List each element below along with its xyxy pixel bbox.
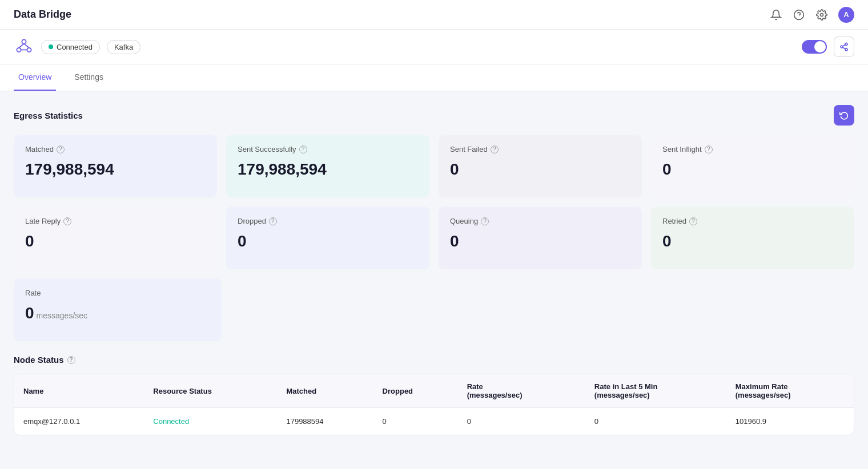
connection-status-badge[interactable]: Connected — [41, 40, 100, 54]
sub-header-left: Connected Kafka — [14, 37, 140, 57]
sub-header: Connected Kafka — [0, 30, 868, 64]
node-status-table: Name Resource Status Matched Dropped Rat… — [14, 374, 854, 435]
app-title: Data Bridge — [14, 9, 71, 21]
cell-max-rate: 101960.9 — [726, 408, 854, 435]
queuing-value: 0 — [450, 232, 630, 250]
late-reply-value: 0 — [25, 232, 206, 250]
stat-card-late-reply: Late Reply ? 0 — [14, 207, 217, 269]
stat-card-sent-failed: Sent Failed ? 0 — [439, 135, 642, 197]
help-icon[interactable] — [793, 9, 805, 21]
stat-card-rate: Rate 0messages/sec — [14, 278, 222, 341]
retried-value: 0 — [662, 232, 843, 250]
share-button[interactable] — [834, 37, 854, 57]
col-rate: Rate(messages/sec) — [458, 374, 585, 408]
node-status-info-icon[interactable]: ? — [67, 356, 75, 364]
toggle-knob — [814, 41, 826, 52]
col-name: Name — [14, 374, 144, 408]
rate-label: Rate — [25, 289, 210, 297]
sent-failed-value: 0 — [450, 160, 630, 179]
svg-line-13 — [843, 45, 846, 46]
source-badge[interactable]: Kafka — [107, 40, 140, 54]
stat-card-retried: Retried ? 0 — [651, 207, 854, 269]
node-status-title: Node Status ? — [14, 355, 854, 365]
rate-unit: messages/sec — [37, 311, 87, 320]
dropped-label: Dropped ? — [238, 217, 418, 225]
tab-overview[interactable]: Overview — [14, 64, 56, 91]
header: Data Bridge A — [0, 0, 868, 30]
svg-point-4 — [17, 48, 21, 52]
queuing-info-icon[interactable]: ? — [481, 217, 489, 225]
stats-row-2: Late Reply ? 0 Dropped ? 0 Queuing ? 0 R… — [14, 207, 854, 269]
col-rate-5min: Rate in Last 5 Min(messages/sec) — [585, 374, 726, 408]
stat-card-sent-successfully: Sent Successfully ? 179,988,594 — [226, 135, 429, 197]
logo-icon — [14, 37, 34, 57]
svg-line-12 — [843, 47, 846, 49]
notification-icon[interactable] — [770, 9, 782, 21]
col-max-rate: Maximum Rate(messages/sec) — [726, 374, 854, 408]
enable-toggle[interactable] — [802, 40, 827, 54]
tab-settings[interactable]: Settings — [70, 64, 108, 91]
content: Egress Statistics Matched ? 179,988,594 … — [0, 91, 868, 449]
late-reply-label: Late Reply ? — [25, 217, 206, 225]
late-reply-info-icon[interactable]: ? — [63, 217, 71, 225]
sent-failed-info-icon[interactable]: ? — [491, 145, 499, 153]
cell-name: emqx@127.0.0.1 — [14, 408, 144, 435]
queuing-label: Queuing ? — [450, 217, 630, 225]
sent-inflight-value: 0 — [662, 160, 843, 179]
cell-rate: 0 — [458, 408, 585, 435]
connection-status-label: Connected — [57, 43, 93, 51]
retried-info-icon[interactable]: ? — [689, 217, 697, 225]
status-dot — [49, 45, 53, 49]
svg-point-11 — [845, 48, 847, 51]
avatar[interactable]: A — [838, 7, 854, 23]
matched-value: 179,988,594 — [25, 160, 206, 179]
col-matched: Matched — [277, 374, 373, 408]
tabs: Overview Settings — [0, 64, 868, 91]
sub-header-right — [802, 37, 854, 57]
sent-inflight-label: Sent Inflight ? — [662, 145, 843, 153]
egress-title: Egress Statistics — [14, 111, 83, 120]
stat-card-sent-inflight: Sent Inflight ? 0 — [651, 135, 854, 197]
sent-successfully-label: Sent Successfully ? — [238, 145, 418, 153]
dropped-value: 0 — [238, 232, 418, 250]
cell-rate-5min: 0 — [585, 408, 726, 435]
rate-row: Rate 0messages/sec — [14, 278, 854, 341]
svg-point-2 — [821, 13, 823, 16]
egress-section-header: Egress Statistics — [14, 105, 854, 126]
rate-value: 0messages/sec — [25, 304, 210, 322]
rate-spacer — [231, 278, 854, 341]
header-actions: A — [770, 7, 854, 23]
svg-line-7 — [24, 44, 29, 48]
svg-point-3 — [22, 39, 26, 43]
stat-card-dropped: Dropped ? 0 — [226, 207, 429, 269]
sent-successfully-info-icon[interactable]: ? — [299, 145, 307, 153]
sent-successfully-value: 179,988,594 — [238, 160, 418, 179]
matched-label: Matched ? — [25, 145, 206, 153]
table-row: emqx@127.0.0.1 Connected 179988594 0 0 0… — [14, 408, 854, 435]
stat-card-queuing: Queuing ? 0 — [439, 207, 642, 269]
refresh-button[interactable] — [834, 105, 854, 126]
cell-resource-status: Connected — [144, 408, 277, 435]
settings-icon[interactable] — [815, 9, 828, 21]
svg-point-10 — [841, 46, 843, 48]
sent-failed-label: Sent Failed ? — [450, 145, 630, 153]
node-status-section: Node Status ? Name Resource Status Match… — [14, 355, 854, 435]
svg-point-5 — [27, 48, 31, 52]
svg-point-9 — [845, 43, 847, 45]
col-dropped: Dropped — [373, 374, 458, 408]
sent-inflight-info-icon[interactable]: ? — [705, 145, 713, 153]
cell-dropped: 0 — [373, 408, 458, 435]
matched-info-icon[interactable]: ? — [57, 145, 65, 153]
col-resource-status: Resource Status — [144, 374, 277, 408]
stats-row-1: Matched ? 179,988,594 Sent Successfully … — [14, 135, 854, 197]
stat-card-matched: Matched ? 179,988,594 — [14, 135, 217, 197]
dropped-info-icon[interactable]: ? — [269, 217, 277, 225]
cell-matched: 179988594 — [277, 408, 373, 435]
retried-label: Retried ? — [662, 217, 843, 225]
svg-line-6 — [19, 44, 24, 48]
table-header-row: Name Resource Status Matched Dropped Rat… — [14, 374, 854, 408]
